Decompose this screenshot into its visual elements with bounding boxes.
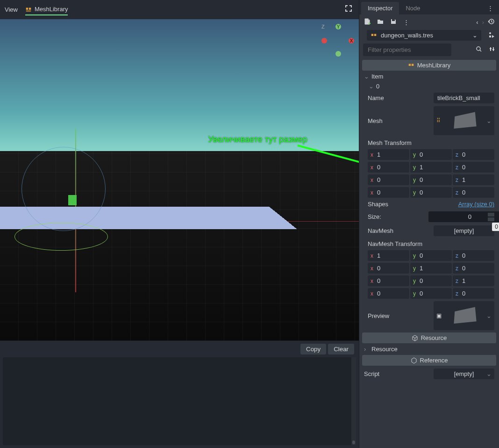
- fullscreen-icon[interactable]: [345, 5, 352, 14]
- item-group-label: Item: [371, 73, 383, 80]
- axis-neg-x-icon[interactable]: [321, 38, 327, 43]
- mesh-transform-z-input[interactable]: z0: [453, 187, 494, 198]
- resource-file-label: dungeon_walls.tres: [381, 32, 433, 39]
- mesh-transform-x-input[interactable]: x0: [368, 162, 409, 173]
- svg-point-6: [489, 32, 491, 34]
- shapes-label: Shapes: [368, 201, 458, 208]
- mesh-transform-z-input[interactable]: z0: [453, 149, 494, 160]
- navmesh-transform-y-input[interactable]: y0: [410, 275, 452, 286]
- z-axis-label: z: [456, 189, 462, 196]
- navmesh-transform-x-input[interactable]: x0: [368, 288, 409, 299]
- mesh-transform-z-value: 0: [462, 151, 465, 158]
- docs-icon[interactable]: [488, 31, 495, 40]
- navmesh-value[interactable]: [empty]: [434, 225, 494, 236]
- chevron-down-icon: ⌄: [364, 73, 369, 80]
- mesh-transform-x-value: 0: [377, 176, 380, 183]
- mesh-transform-x-input[interactable]: x0: [368, 187, 409, 198]
- mesh-transform-x-value: 0: [377, 189, 380, 196]
- selection-cube[interactable]: [68, 195, 77, 205]
- shapes-property: Shapes Array (size 0): [359, 199, 499, 210]
- console-scrollbar[interactable]: [351, 357, 356, 445]
- axis-gizmo[interactable]: [321, 24, 354, 57]
- clear-button[interactable]: Clear: [328, 344, 354, 354]
- scroll-thumb[interactable]: [352, 441, 355, 444]
- reference-section[interactable]: Reference: [362, 355, 496, 366]
- axis-neg-y-icon[interactable]: [335, 51, 341, 57]
- meshlibrary-menu[interactable]: MeshLibrary: [25, 4, 68, 15]
- mesh-transform-y-input[interactable]: y0: [410, 187, 452, 198]
- mesh-transform-z-input[interactable]: z0: [453, 162, 494, 173]
- save-resource-icon[interactable]: [390, 18, 397, 26]
- navmesh-transform-x-input[interactable]: x0: [368, 275, 409, 286]
- preview-thumbnail-box[interactable]: ▣ ⌄: [434, 301, 494, 330]
- tab-menu-icon[interactable]: ⋮: [487, 5, 493, 12]
- navmesh-transform-row-2: x0y0z1: [359, 275, 499, 287]
- mesh-transform-x-input[interactable]: x1: [368, 149, 409, 160]
- navmesh-transform-x-value: 0: [377, 290, 380, 297]
- navmesh-transform-y-input[interactable]: y0: [410, 250, 452, 261]
- console-output[interactable]: [3, 357, 356, 445]
- settings-icon[interactable]: [489, 46, 495, 54]
- size-down-button[interactable]: [488, 217, 494, 221]
- mesh-transform-y-input[interactable]: y0: [410, 149, 452, 160]
- navmesh-transform-z-input[interactable]: z0: [453, 263, 494, 274]
- gizmo-ring[interactable]: [14, 223, 108, 251]
- mesh-transform-z-input[interactable]: z1: [453, 174, 494, 185]
- size-spinner[interactable]: [488, 212, 494, 222]
- meshlib-icon: [371, 32, 377, 39]
- item-index[interactable]: ⌄ 0: [359, 81, 499, 91]
- navmesh-transform-x-input[interactable]: x0: [368, 263, 409, 274]
- navmesh-transform-row-3: x0y0z0: [359, 287, 499, 300]
- search-icon[interactable]: [476, 46, 482, 54]
- scene-3d-view[interactable]: Увеличиваете тут размер: [0, 19, 359, 340]
- y-axis-label: y: [413, 265, 420, 272]
- navmesh-transform-y-value: 1: [420, 265, 423, 272]
- mesh-transform-y-value: 0: [420, 151, 423, 158]
- copy-button[interactable]: Copy: [300, 344, 326, 354]
- filter-input[interactable]: [363, 43, 451, 56]
- tab-node[interactable]: Node: [399, 2, 427, 14]
- navmesh-transform-x-input[interactable]: x1: [368, 250, 409, 261]
- navmesh-transform-y-input[interactable]: y0: [410, 288, 452, 299]
- meshlibrary-section[interactable]: MeshLibrary: [362, 60, 496, 71]
- history-fwd-icon[interactable]: ›: [482, 19, 484, 26]
- navmesh-transform-x-value: 1: [377, 252, 380, 259]
- mesh-transform-y-input[interactable]: y0: [410, 174, 452, 185]
- mesh-transform-x-input[interactable]: x0: [368, 174, 409, 185]
- tab-inspector[interactable]: Inspector: [361, 2, 399, 14]
- filter-row: [359, 41, 499, 59]
- gizmo-sphere[interactable]: [21, 147, 106, 231]
- navmesh-transform-z-input[interactable]: z0: [453, 288, 494, 299]
- meshlibrary-label: MeshLibrary: [35, 6, 68, 13]
- view-menu[interactable]: View: [5, 4, 18, 15]
- navmesh-transform-z-input[interactable]: z0: [453, 250, 494, 261]
- more-icon[interactable]: ⋮: [403, 19, 409, 26]
- preview-thumbnail: [454, 307, 476, 323]
- shapes-value[interactable]: Array (size 0): [458, 201, 494, 208]
- resource-group[interactable]: › Resource: [359, 344, 499, 354]
- resource-section[interactable]: Resource: [362, 332, 496, 343]
- resource-dropdown[interactable]: dungeon_walls.tres ⌄: [367, 30, 481, 41]
- navmesh-transform-z-value: 0: [462, 252, 465, 259]
- preview-label: Preview: [368, 312, 434, 319]
- mesh-transform-row-2: x0y0z1: [359, 173, 499, 186]
- viewport-area: View MeshLibrary Увели: [0, 0, 359, 448]
- new-resource-icon[interactable]: [364, 18, 371, 26]
- script-value[interactable]: [empty] ⌄: [434, 369, 494, 379]
- cube-icon: [412, 335, 418, 341]
- history-back-icon[interactable]: ‹: [476, 19, 478, 26]
- mesh-preview[interactable]: ⠿ ⌄: [434, 106, 494, 135]
- axis-y-icon[interactable]: [335, 24, 341, 29]
- item-group[interactable]: ⌄ Item: [359, 72, 499, 81]
- app-root: View MeshLibrary Увели: [0, 0, 499, 448]
- meshlib-icon: [408, 62, 414, 69]
- navmesh-transform-y-value: 0: [420, 252, 423, 259]
- navmesh-transform-z-input[interactable]: z1: [453, 275, 494, 286]
- navmesh-transform-y-input[interactable]: y1: [410, 263, 452, 274]
- size-up-button[interactable]: [488, 213, 494, 217]
- history-icon[interactable]: [488, 18, 494, 26]
- open-resource-icon[interactable]: [377, 18, 384, 26]
- axis-x-icon[interactable]: [349, 38, 354, 43]
- mesh-transform-y-input[interactable]: y1: [410, 162, 452, 173]
- name-input[interactable]: tileBrickB_small: [434, 93, 494, 103]
